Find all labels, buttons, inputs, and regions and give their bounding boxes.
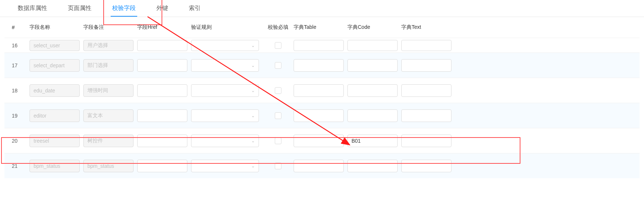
col-header-dict-code: 字典Code: [347, 24, 401, 31]
validation-rule-select[interactable]: ⌄: [191, 160, 259, 172]
tab-validation-fields[interactable]: 校验字段: [102, 0, 146, 17]
row-index: 21: [7, 163, 30, 169]
tab-db-attributes[interactable]: 数据库属性: [7, 0, 58, 17]
col-header-dict-text: 字典Text: [401, 24, 455, 31]
field-name-input: [30, 59, 80, 72]
dict-code-input[interactable]: [347, 84, 398, 97]
tab-page-attributes[interactable]: 页面属性: [58, 0, 102, 17]
required-checkbox[interactable]: [275, 138, 281, 144]
col-header-remark: 字段备注: [83, 24, 137, 31]
field-href-input[interactable]: [137, 59, 187, 72]
row-index: 19: [7, 113, 30, 119]
field-remark-input: [83, 160, 134, 172]
col-header-required: 校验必填: [263, 24, 294, 31]
tab-foreign-key[interactable]: 外键: [146, 0, 179, 17]
required-checkbox[interactable]: [275, 62, 281, 69]
dict-table-input[interactable]: [294, 59, 344, 72]
field-href-input[interactable]: [137, 40, 187, 51]
required-checkbox[interactable]: [275, 163, 281, 169]
field-name-input: [30, 109, 80, 122]
dict-code-input[interactable]: [347, 135, 398, 147]
tabs-bar: 数据库属性 页面属性 校验字段 外键 索引: [0, 0, 644, 17]
col-header-dict-table: 字典Table: [294, 24, 347, 31]
field-name-input: [30, 84, 80, 97]
dict-table-input[interactable]: [294, 84, 344, 97]
col-header-index: #: [7, 24, 30, 30]
dict-code-input[interactable]: [347, 40, 398, 51]
field-href-input[interactable]: [137, 109, 187, 122]
chevron-down-icon: ⌄: [251, 43, 255, 48]
field-remark-input: [83, 84, 134, 97]
field-name-input: [30, 160, 80, 172]
required-checkbox[interactable]: [275, 87, 281, 94]
table-header: # 字段名称 字段备注 字段Href 验证规则 校验必填 字典Table 字典C…: [4, 17, 640, 38]
field-name-input: [30, 40, 80, 51]
field-remark-input: [83, 109, 134, 122]
validation-rule-select[interactable]: ⌄: [191, 40, 259, 51]
field-href-input[interactable]: [137, 135, 187, 147]
dict-code-input[interactable]: [347, 160, 398, 172]
chevron-down-icon: ⌄: [251, 138, 255, 143]
dict-text-input[interactable]: [401, 160, 451, 172]
row-index: 16: [7, 43, 30, 48]
chevron-down-icon: ⌄: [251, 88, 255, 93]
tab-index[interactable]: 索引: [179, 0, 211, 17]
dict-text-input[interactable]: [401, 59, 451, 72]
col-header-name: 字段名称: [30, 24, 83, 31]
dict-code-input[interactable]: [347, 109, 398, 122]
dict-table-input[interactable]: [294, 160, 344, 172]
table-row: 19 ⌄: [4, 103, 640, 128]
dict-text-input[interactable]: [401, 109, 451, 122]
dict-text-input[interactable]: [401, 40, 451, 51]
col-header-rule: 验证规则: [191, 24, 263, 31]
row-index: 20: [7, 138, 30, 144]
chevron-down-icon: ⌄: [251, 63, 255, 68]
dict-text-input[interactable]: [401, 135, 451, 147]
required-checkbox[interactable]: [275, 112, 281, 119]
field-remark-input: [83, 135, 134, 147]
dict-table-input[interactable]: [294, 135, 344, 147]
field-name-input: [30, 135, 80, 147]
dict-code-input[interactable]: [347, 59, 398, 72]
chevron-down-icon: ⌄: [251, 163, 255, 169]
col-header-href: 字段Href: [137, 24, 191, 31]
field-remark-input: [83, 59, 134, 72]
validation-rule-select[interactable]: ⌄: [191, 135, 259, 147]
validation-rule-select[interactable]: ⌄: [191, 59, 259, 72]
chevron-down-icon: ⌄: [251, 113, 255, 118]
table-row: 18 ⌄: [4, 78, 640, 103]
table-row: 16 ⌄: [4, 38, 640, 52]
field-href-input[interactable]: [137, 160, 187, 172]
row-index: 17: [7, 62, 30, 68]
dict-table-input[interactable]: [294, 109, 344, 122]
field-remark-input: [83, 40, 134, 51]
dict-table-input[interactable]: [294, 40, 344, 51]
validation-rule-select[interactable]: ⌄: [191, 109, 259, 122]
dict-text-input[interactable]: [401, 84, 451, 97]
table-row: 17 ⌄: [4, 52, 640, 78]
field-href-input[interactable]: [137, 84, 187, 97]
row-index: 18: [7, 88, 30, 94]
table-row: 20 ⌄: [4, 128, 640, 153]
table-row: 21 ⌄: [4, 153, 640, 178]
validation-rule-select[interactable]: ⌄: [191, 84, 259, 97]
fields-table: # 字段名称 字段备注 字段Href 验证规则 校验必填 字典Table 字典C…: [0, 17, 644, 178]
required-checkbox[interactable]: [275, 42, 281, 49]
